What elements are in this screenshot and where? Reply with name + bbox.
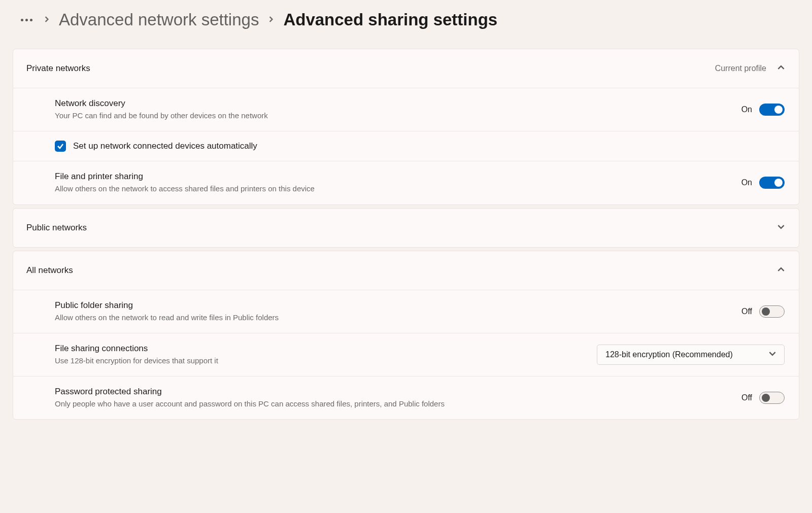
network-discovery-row: Network discovery Your PC can find and b… bbox=[13, 88, 799, 131]
breadcrumb-parent[interactable]: Advanced network settings bbox=[59, 10, 259, 29]
auto-setup-checkbox[interactable] bbox=[55, 141, 66, 152]
password-protected-sharing-toggle[interactable] bbox=[759, 392, 785, 404]
section-title: Public networks bbox=[26, 223, 87, 233]
toggle-state-label: Off bbox=[741, 307, 752, 316]
breadcrumb-more-button[interactable] bbox=[19, 17, 35, 23]
toggle-state-label: Off bbox=[741, 393, 752, 402]
setting-description: Only people who have a user account and … bbox=[55, 399, 445, 409]
private-networks-header[interactable]: Private networks Current profile bbox=[13, 49, 799, 88]
toggle-knob bbox=[774, 179, 783, 187]
toggle-state-label: On bbox=[741, 178, 752, 187]
public-networks-panel: Public networks bbox=[13, 208, 799, 248]
section-title: All networks bbox=[26, 265, 73, 276]
setting-title: File and printer sharing bbox=[55, 172, 315, 182]
chevron-down-icon bbox=[777, 223, 785, 232]
public-folder-sharing-row: Public folder sharing Allow others on th… bbox=[13, 290, 799, 333]
toggle-state-label: On bbox=[741, 105, 752, 114]
toggle-knob bbox=[774, 106, 783, 114]
file-printer-sharing-toggle[interactable] bbox=[759, 177, 785, 189]
setting-description: Use 128-bit encryption for devices that … bbox=[55, 356, 218, 366]
setting-title: Public folder sharing bbox=[55, 300, 279, 311]
public-networks-header[interactable]: Public networks bbox=[13, 209, 799, 247]
setting-title: Network discovery bbox=[55, 98, 268, 109]
auto-setup-row: Set up network connected devices automat… bbox=[13, 131, 799, 161]
page-title: Advanced sharing settings bbox=[283, 10, 497, 29]
setting-description: Your PC can find and be found by other d… bbox=[55, 111, 268, 121]
file-sharing-encryption-select[interactable]: 128-bit encryption (Recommended) bbox=[597, 345, 785, 365]
ellipsis-dot bbox=[30, 19, 32, 21]
setting-title: Password protected sharing bbox=[55, 387, 445, 397]
chevron-right-icon bbox=[44, 15, 50, 24]
public-folder-sharing-toggle[interactable] bbox=[759, 305, 785, 318]
toggle-knob bbox=[762, 394, 770, 402]
setting-title: File sharing connections bbox=[55, 344, 218, 354]
network-discovery-toggle[interactable] bbox=[759, 104, 785, 116]
chevron-up-icon bbox=[777, 266, 785, 275]
file-printer-sharing-row: File and printer sharing Allow others on… bbox=[13, 161, 799, 204]
breadcrumb: Advanced network settings Advanced shari… bbox=[13, 10, 799, 29]
toggle-knob bbox=[762, 307, 770, 316]
password-protected-sharing-row: Password protected sharing Only people w… bbox=[13, 376, 799, 419]
all-networks-header[interactable]: All networks bbox=[13, 251, 799, 290]
setting-description: Allow others on the network to access sh… bbox=[55, 184, 315, 194]
checkbox-label: Set up network connected devices automat… bbox=[73, 141, 257, 151]
ellipsis-dot bbox=[21, 19, 23, 21]
chevron-up-icon bbox=[777, 64, 785, 73]
current-profile-label: Current profile bbox=[715, 64, 766, 73]
chevron-down-icon bbox=[769, 350, 776, 359]
file-sharing-connections-row: File sharing connections Use 128-bit enc… bbox=[13, 333, 799, 376]
chevron-right-icon bbox=[268, 15, 274, 24]
select-value: 128-bit encryption (Recommended) bbox=[605, 350, 733, 359]
section-title: Private networks bbox=[26, 63, 90, 74]
private-networks-panel: Private networks Current profile Network… bbox=[13, 49, 799, 205]
setting-description: Allow others on the network to read and … bbox=[55, 313, 279, 323]
ellipsis-dot bbox=[25, 19, 28, 21]
all-networks-panel: All networks Public folder sharing Allow… bbox=[13, 251, 799, 420]
